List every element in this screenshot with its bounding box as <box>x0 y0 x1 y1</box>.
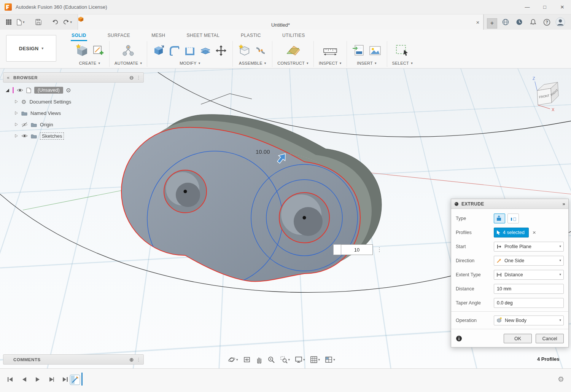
profiles-selected-button[interactable]: 4 selected <box>494 228 529 237</box>
create-sketch-icon[interactable] <box>92 45 104 57</box>
taper-angle-field[interactable] <box>494 298 564 308</box>
extrude-dialog-titlebar[interactable]: EXTRUDE » <box>451 199 568 209</box>
fillet-icon[interactable] <box>168 44 181 57</box>
insert-svg-icon[interactable] <box>352 44 366 57</box>
tab-utilities[interactable]: UTILITIES <box>282 31 306 41</box>
notifications-button[interactable] <box>528 17 538 27</box>
browser-panel-header[interactable]: « BROWSER ⊖ ⋮ <box>3 72 144 83</box>
zoom-window-button[interactable]: ▾ <box>279 355 291 365</box>
minimize-button[interactable]: — <box>519 0 536 14</box>
new-component-icon[interactable] <box>238 44 251 57</box>
help-button[interactable]: ? <box>541 17 552 27</box>
group-label-construct[interactable]: CONSTRUCT <box>277 61 305 65</box>
shell-icon[interactable] <box>183 44 196 57</box>
grid-snap-button[interactable]: ▾ <box>309 355 321 365</box>
cancel-button[interactable]: Cancel <box>536 334 564 343</box>
maximize-button[interactable]: □ <box>536 0 554 14</box>
viewport-canvas[interactable]: 10.00 ⋮ Z FRONT RIGHT X « BROWSER ⊖ ⋮ <box>0 69 571 368</box>
left-hole-center-point[interactable] <box>184 190 187 193</box>
tab-mesh[interactable]: MESH <box>151 31 166 41</box>
tab-sheet-metal[interactable]: SHEET METAL <box>186 31 220 41</box>
measure-icon[interactable] <box>323 44 338 57</box>
distance-value-input[interactable] <box>341 244 373 255</box>
sketch-feature-icon[interactable] <box>69 374 81 386</box>
history-button[interactable] <box>514 17 525 27</box>
visibility-eye-icon[interactable] <box>17 88 23 92</box>
browser-grip-icon[interactable]: ⋮ <box>136 75 141 80</box>
visibility-eye-icon[interactable] <box>21 134 28 138</box>
undo-button[interactable] <box>49 16 61 28</box>
look-at-button[interactable] <box>242 355 251 365</box>
expand-caret-icon[interactable] <box>14 111 18 115</box>
comments-expand-icon[interactable]: ⊕ <box>129 357 134 363</box>
orbit-button[interactable]: ▾ <box>227 355 239 365</box>
save-button[interactable] <box>33 16 44 28</box>
activate-component-icon[interactable]: ⊙ <box>66 87 71 94</box>
operation-select[interactable]: New Body ▾ <box>494 316 564 325</box>
expand-caret-icon[interactable] <box>14 100 18 104</box>
clear-selection-icon[interactable]: × <box>533 229 536 236</box>
distance-field[interactable] <box>494 284 564 294</box>
visibility-off-eye-icon[interactable] <box>21 122 28 127</box>
user-avatar[interactable] <box>555 17 566 27</box>
dimension-grip-icon[interactable]: ⋮ <box>377 246 382 253</box>
group-label-assemble[interactable]: ASSEMBLE <box>239 61 262 65</box>
file-menu-button[interactable]: ▾ <box>14 16 27 28</box>
press-pull-icon[interactable] <box>152 44 165 57</box>
redo-button[interactable]: ▾ <box>61 16 74 28</box>
timeline-settings-gear-icon[interactable]: ⚙ <box>558 375 564 384</box>
browser-minimize-icon[interactable]: ⊖ <box>129 75 134 81</box>
group-label-select[interactable]: SELECT <box>392 61 409 65</box>
extrude-type-thin-button[interactable] <box>507 214 519 223</box>
comments-grip-icon[interactable]: ⋮ <box>136 357 141 362</box>
select-icon[interactable] <box>395 44 410 57</box>
group-label-insert[interactable]: INSERT <box>357 61 373 65</box>
job-status-button[interactable] <box>500 17 511 27</box>
dimension-input-handle[interactable] <box>333 244 341 255</box>
zoom-button[interactable] <box>267 355 276 365</box>
expand-caret-icon[interactable] <box>14 134 18 138</box>
view-cube[interactable]: Z FRONT RIGHT X <box>529 75 567 116</box>
group-label-inspect[interactable]: INSPECT <box>319 61 338 65</box>
extent-type-select[interactable]: Distance ▾ <box>494 270 564 280</box>
tab-plastic[interactable]: PLASTIC <box>240 31 262 41</box>
close-button[interactable]: × <box>554 0 571 14</box>
decal-icon[interactable] <box>368 44 382 57</box>
start-select[interactable]: Profile Plane ▾ <box>494 242 564 252</box>
timeline-position-marker[interactable] <box>81 373 83 386</box>
go-to-start-button[interactable] <box>6 375 14 384</box>
root-document-label[interactable]: (Unsaved) <box>34 87 63 94</box>
app-grid-button[interactable] <box>3 16 14 28</box>
group-label-create[interactable]: CREATE <box>79 61 97 65</box>
extrude-type-solid-button[interactable] <box>494 214 505 223</box>
info-icon[interactable] <box>456 335 462 342</box>
right-hole[interactable] <box>279 193 329 243</box>
tab-solid[interactable]: SOLID <box>71 31 87 41</box>
left-hole[interactable] <box>164 170 207 213</box>
new-solid-icon[interactable] <box>75 43 89 58</box>
group-label-automate[interactable]: AUTOMATE <box>115 61 138 65</box>
joint-icon[interactable] <box>254 44 267 57</box>
display-settings-button[interactable]: ▾ <box>294 355 306 365</box>
browser-root-row[interactable]: (Unsaved) ⊙ <box>5 84 131 96</box>
dialog-expand-icon[interactable]: » <box>562 201 565 207</box>
step-forward-button[interactable] <box>47 375 56 384</box>
direction-select[interactable]: One Side ▾ <box>494 256 564 266</box>
right-hole-center-point[interactable] <box>303 216 306 220</box>
construction-plane-icon[interactable] <box>285 44 301 57</box>
browser-item-origin[interactable]: Origin <box>5 119 131 130</box>
pan-button[interactable] <box>255 355 263 365</box>
document-tab[interactable]: Untitled* × <box>78 14 484 30</box>
new-tab-button[interactable]: + <box>487 18 497 29</box>
tab-close-button[interactable]: × <box>472 19 483 25</box>
viewports-button[interactable]: ▾ <box>324 355 336 365</box>
ok-button[interactable]: OK <box>504 334 532 343</box>
move-copy-icon[interactable] <box>215 44 227 57</box>
comments-panel-header[interactable]: COMMENTS ⊕ ⋮ <box>3 354 144 365</box>
automate-icon[interactable] <box>121 43 135 58</box>
go-to-end-button[interactable] <box>61 375 69 384</box>
combine-icon[interactable] <box>199 44 212 57</box>
collapse-browser-icon[interactable]: « <box>3 75 13 80</box>
expand-caret-icon[interactable] <box>14 123 18 126</box>
tab-surface[interactable]: SURFACE <box>107 31 131 41</box>
